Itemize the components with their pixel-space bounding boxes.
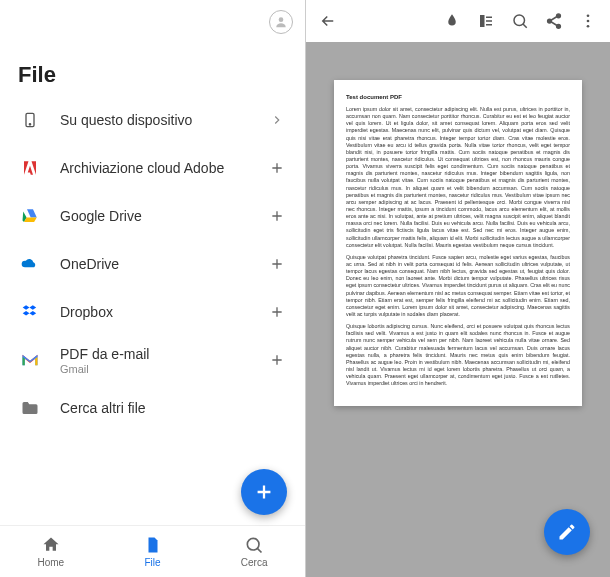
source-text: Cerca altri file: [60, 400, 267, 416]
edit-button[interactable]: [544, 509, 590, 555]
source-label: Google Drive: [60, 208, 267, 224]
svg-point-2: [29, 124, 30, 125]
nav-label: Home: [37, 557, 64, 568]
source-label: Dropbox: [60, 304, 267, 320]
nav-label: File: [144, 557, 160, 568]
viewer-toolbar: [306, 0, 610, 42]
source-item-folder[interactable]: Cerca altri file: [0, 384, 305, 432]
svg-point-8: [514, 15, 525, 26]
avatar-icon[interactable]: [269, 10, 293, 34]
nav-cerca[interactable]: Cerca: [203, 526, 305, 577]
svg-rect-5: [486, 17, 492, 19]
liquid-mode-icon[interactable]: [436, 5, 468, 37]
source-text: Dropbox: [60, 304, 267, 320]
onedrive-icon: [18, 257, 42, 271]
bottom-nav: HomeFileCerca: [0, 525, 305, 577]
nav-home[interactable]: Home: [0, 526, 102, 577]
text-reflow-icon[interactable]: [470, 5, 502, 37]
nav-label: Cerca: [241, 557, 268, 568]
source-label: Archiviazione cloud Adobe: [60, 160, 267, 176]
source-label: Su questo dispositivo: [60, 112, 267, 128]
dropbox-icon: [18, 303, 42, 321]
source-item-onedrive[interactable]: OneDrive: [0, 240, 305, 288]
gmail-icon: [18, 353, 42, 367]
source-item-gdrive[interactable]: Google Drive: [0, 192, 305, 240]
source-item-dropbox[interactable]: Dropbox: [0, 288, 305, 336]
device-icon: [18, 109, 42, 131]
svg-point-3: [248, 538, 260, 550]
share-icon[interactable]: [538, 5, 570, 37]
back-icon[interactable]: [312, 5, 344, 37]
svg-rect-6: [486, 20, 492, 22]
source-text: Google Drive: [60, 208, 267, 224]
document-area[interactable]: Test document PDF Lorem ipsum dolor sit …: [306, 42, 610, 577]
folder-icon: [18, 400, 42, 416]
document-paragraph: Quisque volutpat pharetra tincidunt. Fus…: [346, 254, 570, 318]
source-label: OneDrive: [60, 256, 267, 272]
search-icon[interactable]: [504, 5, 536, 37]
document-page: Test document PDF Lorem ipsum dolor sit …: [334, 80, 582, 406]
document-title: Test document PDF: [346, 94, 570, 100]
source-item-adobe[interactable]: Archiviazione cloud Adobe: [0, 144, 305, 192]
source-sublabel: Gmail: [60, 363, 267, 375]
svg-rect-4: [480, 15, 485, 27]
adobe-icon: [18, 159, 42, 177]
more-icon[interactable]: [572, 5, 604, 37]
source-text: Archiviazione cloud Adobe: [60, 160, 267, 176]
source-text: Su questo dispositivo: [60, 112, 267, 128]
document-paragraph: Lorem ipsum dolor sit amet, consectetur …: [346, 106, 570, 249]
svg-point-12: [587, 14, 590, 17]
svg-point-0: [279, 17, 284, 22]
svg-point-14: [587, 25, 590, 28]
chevron-right-icon[interactable]: [267, 113, 287, 127]
source-item-device[interactable]: Su questo dispositivo: [0, 96, 305, 144]
nav-file[interactable]: File: [102, 526, 204, 577]
source-label: Cerca altri file: [60, 400, 267, 416]
source-label: PDF da e-mail: [60, 346, 267, 362]
source-list: Su questo dispositivoArchiviazione cloud…: [0, 96, 305, 525]
add-source-icon[interactable]: [267, 256, 287, 272]
source-text: PDF da e-mailGmail: [60, 346, 267, 375]
top-row: [0, 0, 305, 38]
gdrive-icon: [18, 207, 42, 225]
add-source-icon[interactable]: [267, 160, 287, 176]
svg-rect-7: [486, 24, 492, 26]
document-paragraph: Quisque lobortis adipiscing cursus. Nunc…: [346, 323, 570, 387]
add-button[interactable]: [241, 469, 287, 515]
add-source-icon[interactable]: [267, 352, 287, 368]
svg-point-13: [587, 20, 590, 23]
source-text: OneDrive: [60, 256, 267, 272]
source-item-gmail[interactable]: PDF da e-mailGmail: [0, 336, 305, 384]
file-browser-pane: File Su questo dispositivoArchiviazione …: [0, 0, 305, 577]
document-viewer-pane: Test document PDF Lorem ipsum dolor sit …: [305, 0, 610, 577]
add-source-icon[interactable]: [267, 208, 287, 224]
add-source-icon[interactable]: [267, 304, 287, 320]
page-title: File: [0, 38, 305, 96]
